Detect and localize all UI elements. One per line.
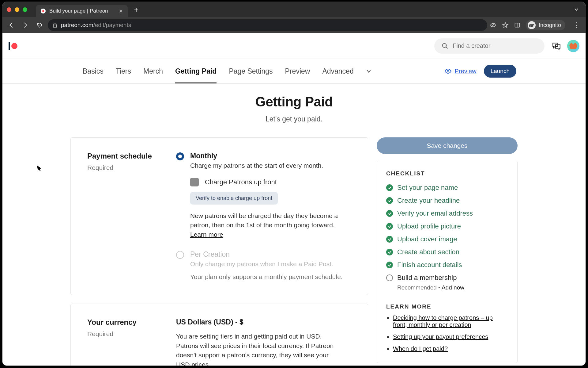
eye-off-icon[interactable] <box>490 22 496 29</box>
learn-more-item: Setting up your payout preferences <box>393 333 508 340</box>
tab-getting-paid[interactable]: Getting Paid <box>175 59 217 83</box>
currency-value: US Dollars (USD) - $ <box>176 318 351 326</box>
charge-upfront-label: Charge Patrons up front <box>205 178 277 186</box>
tab-close-icon[interactable]: ✕ <box>119 8 123 14</box>
window-close[interactable] <box>7 7 11 12</box>
upfront-info-text: New patrons will be charged the day they… <box>190 211 351 239</box>
radio-selected-icon <box>176 152 184 160</box>
tab-advanced[interactable]: Advanced <box>322 59 353 83</box>
checklist-item[interactable]: Set your page name <box>386 184 508 192</box>
svg-rect-0 <box>515 23 519 27</box>
preview-link[interactable]: Preview <box>444 68 477 75</box>
incognito-icon <box>528 21 536 29</box>
new-tab-button[interactable]: ＋ <box>133 5 140 14</box>
checklist-heading: CHECKLIST <box>386 170 508 177</box>
tab-tiers[interactable]: Tiers <box>116 59 131 83</box>
circle-icon <box>386 274 393 281</box>
tab-title: Build your page | Patreon <box>49 8 115 14</box>
nav-back-button[interactable] <box>6 19 17 31</box>
checklist-item[interactable]: Upload cover image <box>386 235 508 243</box>
checklist-item[interactable]: Verify your email address <box>386 209 508 217</box>
window-controls <box>7 7 27 12</box>
radio-per-creation-title: Per Creation <box>190 250 333 259</box>
page-title: Getting Paid <box>70 94 518 109</box>
app-header: Find a creator <box>2 33 586 59</box>
checklist-item-label: Create your headline <box>397 197 460 205</box>
browser-menu-icon[interactable]: ⋮ <box>573 21 580 29</box>
plan-note: Your plan only supports a monthly paymen… <box>190 273 351 281</box>
browser-tab[interactable]: Build your page | Patreon ✕ <box>36 5 128 17</box>
incognito-chip[interactable]: Incognito <box>526 20 565 30</box>
radio-per-creation-desc: Only charge my patrons when I make a Pai… <box>190 260 333 268</box>
check-icon <box>386 262 393 268</box>
launch-button[interactable]: Launch <box>484 65 516 78</box>
check-icon <box>386 249 393 255</box>
search-input[interactable]: Find a creator <box>434 38 545 54</box>
tabs-more-icon[interactable] <box>366 68 371 74</box>
search-placeholder: Find a creator <box>453 42 490 49</box>
verify-upfront-pill[interactable]: Verify to enable charge up front <box>190 192 278 205</box>
tab-basics[interactable]: Basics <box>83 59 104 83</box>
checklist-item[interactable]: Create your headline <box>386 197 508 205</box>
incognito-label: Incognito <box>539 22 561 29</box>
browser-toolbar: patreon.com/edit/payments Incognito ⋮ <box>2 17 586 33</box>
learn-more-item: When do I get paid? <box>393 345 508 352</box>
check-icon <box>386 184 393 191</box>
checklist-item-label: Verify your email address <box>397 209 473 217</box>
nav-forward-button[interactable] <box>20 19 31 31</box>
tab-page-settings[interactable]: Page Settings <box>229 59 273 83</box>
address-bar[interactable]: patreon.com/edit/payments <box>48 19 487 31</box>
tab-preview[interactable]: Preview <box>285 59 310 83</box>
checklist-item[interactable]: Upload profile picture <box>386 222 508 230</box>
save-changes-button[interactable]: Save changes <box>377 137 518 154</box>
charge-upfront-checkbox[interactable]: Charge Patrons up front <box>190 178 351 186</box>
url-path: /edit/payments <box>93 22 131 28</box>
learn-more-link[interactable]: When do I get paid? <box>393 345 448 352</box>
browser-tab-strip: Build your page | Patreon ✕ ＋ <box>2 2 586 17</box>
radio-per-creation: Per Creation Only charge my patrons when… <box>176 250 351 268</box>
radio-monthly-title: Monthly <box>190 152 323 160</box>
lock-icon <box>53 23 57 28</box>
checklist-item-label: Finish account details <box>397 261 462 269</box>
svg-point-2 <box>447 70 449 72</box>
svg-point-1 <box>443 43 447 47</box>
checklist-item-label: Upload cover image <box>397 235 457 243</box>
required-label: Required <box>87 330 164 338</box>
checklist-item-label: Build a membership <box>397 274 457 282</box>
radio-monthly[interactable]: Monthly Charge my patrons at the start o… <box>176 152 351 169</box>
add-now-link[interactable]: Add now <box>442 284 464 291</box>
page-subtitle: Let's get you paid. <box>70 115 518 123</box>
checklist-item[interactable]: Finish account details <box>386 261 508 269</box>
learn-more-link[interactable]: Setting up your payout preferences <box>393 333 488 340</box>
search-icon <box>442 43 448 49</box>
radio-unselected-icon <box>176 251 184 259</box>
tab-merch[interactable]: Merch <box>143 59 163 83</box>
star-icon[interactable] <box>502 22 509 29</box>
panel-icon[interactable] <box>514 22 520 28</box>
page-tabs: Basics Tiers Merch Getting Paid Page Set… <box>70 59 518 83</box>
user-avatar[interactable] <box>567 40 579 52</box>
learn-more-heading: LEARN MORE <box>386 303 508 310</box>
checklist-item[interactable]: Build a membership <box>386 274 508 282</box>
messages-icon[interactable] <box>552 42 561 50</box>
checklist-item-label: Create about section <box>397 248 459 256</box>
eye-icon <box>444 68 452 74</box>
checklist-item-label: Set your page name <box>397 184 458 192</box>
nav-reload-button[interactable] <box>34 19 45 31</box>
tab-favicon <box>41 9 46 13</box>
patreon-logo[interactable] <box>9 42 17 50</box>
learn-more-item: Deciding how to charge patrons – up fron… <box>393 314 508 328</box>
window-minimize[interactable] <box>15 7 19 12</box>
window-zoom[interactable] <box>23 7 27 12</box>
payment-schedule-card: Payment schedule Required Monthly Charge… <box>70 137 368 295</box>
checklist-pending-sub: Recommended • Add now <box>397 284 508 291</box>
checklist-item[interactable]: Create about section <box>386 248 508 256</box>
check-icon <box>386 210 393 217</box>
check-icon <box>386 223 393 230</box>
learn-more-link[interactable]: Deciding how to charge patrons – up fron… <box>393 314 493 328</box>
tabs-overflow-icon[interactable] <box>574 7 579 12</box>
currency-card: Your currency Required US Dollars (USD) … <box>70 304 368 366</box>
checklist-card: CHECKLIST Set your page nameCreate your … <box>377 161 518 363</box>
learn-more-link[interactable]: Learn more <box>190 231 223 238</box>
radio-monthly-desc: Charge my patrons at the start of every … <box>190 162 323 169</box>
